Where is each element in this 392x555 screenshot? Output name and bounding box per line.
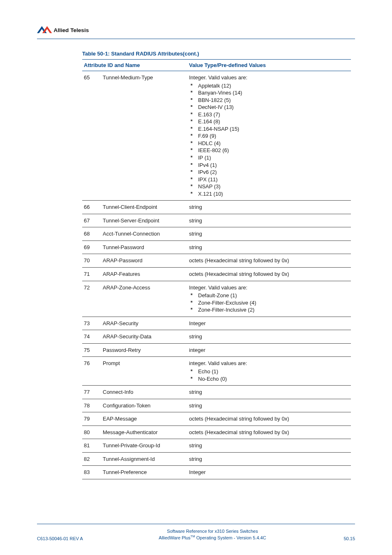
value-list-item: Banyan-Vines (14) [189,89,349,97]
attr-name: Connect-Info [101,386,187,399]
footer-product-line: Software Reference for x310 Series Switc… [95,528,330,534]
attr-id: 81 [82,439,101,453]
footer-doc-rev: C613-50046-01 REV A [37,536,95,541]
value-list-item: Default-Zone (1) [189,292,349,299]
table-row: 74ARAP-Security-Datastring [82,330,351,344]
value-list-item: DecNet-IV (13) [189,104,349,111]
attr-value: Integer. Valid values are:Default-Zone (… [187,281,351,317]
value-text: string [189,204,202,210]
page-footer: C613-50046-01 REV A Software Reference f… [0,524,392,541]
attr-id: 69 [82,240,101,254]
attr-value: string [187,240,351,254]
attr-id: 66 [82,201,101,214]
col-header-id-name: Attribute ID and Name [82,60,187,71]
attr-name: Tunnel-Private-Group-Id [101,439,187,453]
value-text: string [189,244,202,250]
attr-name: Tunnel-Medium-Type [101,71,187,201]
value-text: octets (Hexadecimal string followed by 0… [189,271,289,277]
attr-name: Tunnel-Client-Endpoint [101,201,187,214]
table-row: 68Acct-Tunnel-Connectionstring [82,227,351,241]
table-row: 75Password-Retryinteger [82,343,351,357]
attr-value: octets (Hexadecimal string followed by 0… [187,268,351,281]
footer-center: Software Reference for x310 Series Switc… [95,528,330,541]
radius-attributes-table: Attribute ID and Name Value Type/Pre-def… [82,59,351,479]
attr-name: ARAP-Password [101,254,187,268]
attr-name: Password-Retry [101,343,187,357]
attr-id: 70 [82,254,101,268]
table-header-row: Attribute ID and Name Value Type/Pre-def… [82,60,351,71]
value-text: octets (Hexadecimal string followed by 0… [189,257,289,264]
value-text: Integer [189,320,205,326]
attr-name: ARAP-Security [101,317,187,330]
attr-name: ARAP-Features [101,268,187,281]
value-text: string [189,389,202,395]
attr-name: Prompt [101,357,187,386]
table-row: 71ARAP-Featuresoctets (Hexadecimal strin… [82,268,351,281]
table-row: 70ARAP-Passwordoctets (Hexadecimal strin… [82,254,351,268]
attr-name: Configuration-Token [101,399,187,412]
value-list-item: IP (1) [189,154,349,162]
attr-id: 71 [82,268,101,281]
value-list-item: HDLC (4) [189,140,349,147]
footer-page-number: 50.15 [330,536,355,541]
table-row: 69Tunnel-Passwordstring [82,240,351,254]
footer-version-post: Operating System - Version 5.4.4C [195,535,266,540]
value-text: string [189,231,202,237]
attr-id: 77 [82,386,101,399]
value-list-item: E.164 (8) [189,118,349,125]
attr-id: 67 [82,214,101,227]
table-row: 79EAP-Messageoctets (Hexadecimal string … [82,412,351,426]
header-rule [37,39,355,39]
attr-id: 80 [82,426,101,439]
table-row: 80Message-Authenticatoroctets (Hexadecim… [82,426,351,439]
attr-id: 68 [82,227,101,241]
table-row: 73ARAP-SecurityInteger [82,317,351,330]
value-text: string [189,217,202,224]
attr-name: ARAP-Zone-Access [101,281,187,317]
attr-id: 83 [82,466,101,479]
table-row: 81Tunnel-Private-Group-Idstring [82,439,351,453]
value-list-item: X.121 (10) [189,190,349,198]
attr-value: string [187,386,351,399]
col-header-value: Value Type/Pre-defined Values [187,60,351,71]
attr-value: Integer. Valid values are:Appletalk (12)… [187,71,351,201]
attr-value: Integer [187,466,351,479]
value-text: Integer [189,469,205,475]
attr-id: 79 [82,412,101,426]
attr-value: string [187,330,351,344]
footer-version-line: AlliedWare PlusTM Operating System - Ver… [95,534,330,541]
value-list-item: IPX (11) [189,176,349,183]
attr-id: 72 [82,281,101,317]
value-list: Echo (1)No-Echo (0) [189,368,349,382]
attr-id: 76 [82,357,101,386]
attr-value: string [187,214,351,227]
attr-name: Acct-Tunnel-Connection [101,227,187,241]
value-list-item: F.69 (9) [189,132,349,140]
table-row: 76Promptinteger. Valid values are:Echo (… [82,357,351,386]
attr-name: Tunnel-Preference [101,466,187,479]
value-list: Appletalk (12)Banyan-Vines (14)BBN-1822 … [189,82,349,198]
attr-value: string [187,399,351,412]
value-lead: integer. Valid values are: [189,360,349,367]
attr-name: Tunnel-Password [101,240,187,254]
value-list-item: IPv6 (2) [189,169,349,176]
value-list-item: E.164-NSAP (15) [189,125,349,133]
value-list-item: E.163 (7) [189,111,349,118]
attr-value: octets (Hexadecimal string followed by 0… [187,254,351,268]
allied-telesis-logo-icon: Allied Telesis [37,25,107,36]
attr-id: 82 [82,452,101,466]
attr-value: string [187,452,351,466]
table-row: 83Tunnel-PreferenceInteger [82,466,351,479]
value-text: octets (Hexadecimal string followed by 0… [189,416,289,422]
attr-value: string [187,227,351,241]
attr-name: ARAP-Security-Data [101,330,187,344]
table-row: 72ARAP-Zone-AccessInteger. Valid values … [82,281,351,317]
value-list-item: Appletalk (12) [189,82,349,90]
brand-text: Allied Telesis [53,27,89,33]
table-row: 66Tunnel-Client-Endpointstring [82,201,351,214]
attr-value: string [187,439,351,453]
table-title: Table 50-1: Standard RADIUS Attributes(c… [82,51,351,57]
value-text: string [189,456,202,462]
table-row: 82Tunnel-Assignment-Idstring [82,452,351,466]
attr-value: octets (Hexadecimal string followed by 0… [187,426,351,439]
